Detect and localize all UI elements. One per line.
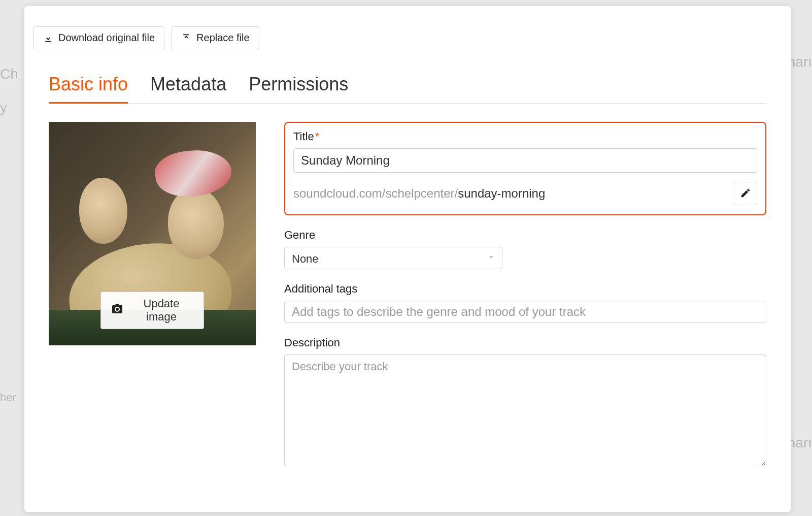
genre-select-wrap: None [284, 247, 502, 269]
permalink-text: soundcloud.com/schelpcenter/sunday-morni… [293, 186, 545, 201]
top-actions: Download original file Replace file [33, 26, 766, 49]
description-textarea[interactable] [284, 354, 766, 466]
description-group: Description [284, 336, 766, 468]
title-label-text: Title [293, 130, 314, 143]
genre-select[interactable]: None [284, 247, 502, 269]
upload-icon [181, 33, 191, 43]
update-image-label: Update image [129, 297, 193, 324]
tabs: Basic info Metadata Permissions [49, 74, 766, 104]
genre-group: Genre None [284, 229, 766, 269]
tags-input[interactable] [284, 301, 766, 323]
update-image-button[interactable]: Update image [100, 292, 204, 329]
bg-text: her [0, 391, 16, 404]
permalink-base: soundcloud.com/schelpcenter/ [293, 186, 458, 200]
bg-text: y [0, 100, 7, 116]
download-original-label: Download original file [58, 32, 155, 44]
permalink-slug: sunday-morning [458, 186, 545, 200]
painting-figure [168, 188, 224, 259]
edit-track-modal: Download original file Replace file Basi… [24, 6, 791, 512]
title-label: Title* [293, 130, 757, 143]
bg-text: harı [788, 435, 812, 451]
tags-label: Additional tags [284, 282, 766, 296]
bg-text: harı [788, 54, 812, 70]
edit-permalink-button[interactable] [734, 182, 757, 205]
replace-file-button[interactable]: Replace file [172, 26, 259, 49]
track-artwork: Update image [49, 122, 256, 345]
title-permalink-group: Title* soundcloud.com/schelpcenter/sunda… [284, 122, 766, 215]
permalink-row: soundcloud.com/schelpcenter/sunday-morni… [293, 182, 757, 205]
content: Update image Title* soundcloud.com/schel… [49, 122, 766, 481]
genre-label: Genre [284, 229, 766, 242]
form-column: Title* soundcloud.com/schelpcenter/sunda… [284, 122, 766, 481]
camera-icon [111, 303, 123, 318]
bg-text: Ch [0, 66, 18, 82]
tab-metadata[interactable]: Metadata [150, 74, 226, 104]
tab-permissions[interactable]: Permissions [249, 74, 348, 104]
download-icon [43, 33, 53, 43]
replace-file-label: Replace file [196, 32, 250, 44]
title-input[interactable] [293, 148, 757, 173]
download-original-button[interactable]: Download original file [33, 26, 164, 49]
tags-group: Additional tags [284, 282, 766, 323]
painting-figure [79, 178, 127, 244]
pencil-icon [740, 187, 751, 200]
required-asterisk: * [315, 130, 320, 143]
description-label: Description [284, 336, 766, 349]
artwork-column: Update image [49, 122, 256, 481]
tab-basic-info[interactable]: Basic info [49, 74, 128, 104]
